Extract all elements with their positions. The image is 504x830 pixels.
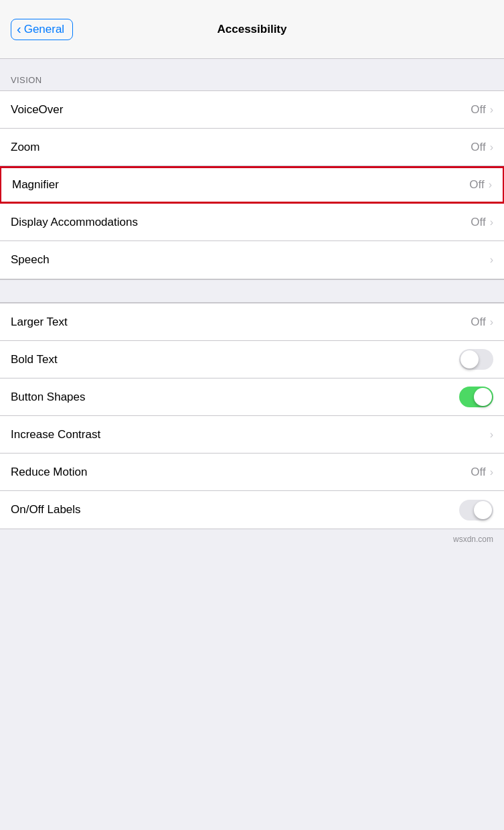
group-spacer bbox=[0, 279, 504, 303]
vision-section-header: VISION bbox=[0, 59, 504, 90]
display-accommodations-chevron-icon: › bbox=[490, 216, 493, 228]
voiceover-row[interactable]: VoiceOver Off › bbox=[0, 91, 504, 129]
reduce-motion-label: Reduce Motion bbox=[11, 466, 87, 479]
back-button-label: General bbox=[24, 23, 64, 36]
magnifier-row[interactable]: Magnifier Off › bbox=[0, 166, 504, 204]
reduce-motion-chevron-icon: › bbox=[490, 466, 493, 478]
display-accommodations-right: Off › bbox=[471, 216, 493, 229]
increase-contrast-row[interactable]: Increase Contrast › bbox=[0, 416, 504, 454]
interaction-settings-group: Larger Text Off › Bold Text Button Shape… bbox=[0, 303, 504, 529]
voiceover-value: Off bbox=[471, 103, 485, 117]
voiceover-label: VoiceOver bbox=[11, 103, 63, 117]
zoom-value: Off bbox=[471, 141, 485, 154]
back-button[interactable]: ‹ General bbox=[11, 19, 73, 40]
bold-text-label: Bold Text bbox=[11, 353, 58, 366]
reduce-motion-right: Off › bbox=[471, 466, 493, 479]
reduce-motion-row[interactable]: Reduce Motion Off › bbox=[0, 454, 504, 491]
watermark: wsxdn.com bbox=[0, 529, 504, 549]
larger-text-right: Off › bbox=[471, 316, 493, 329]
magnifier-right: Off › bbox=[469, 178, 492, 192]
navigation-bar: ‹ General Accessibility bbox=[0, 0, 504, 59]
onoff-labels-toggle[interactable] bbox=[459, 500, 493, 521]
reduce-motion-value: Off bbox=[471, 466, 485, 479]
zoom-chevron-icon: › bbox=[490, 141, 493, 153]
zoom-label: Zoom bbox=[11, 141, 39, 154]
button-shapes-row[interactable]: Button Shapes bbox=[0, 378, 504, 416]
display-accommodations-label: Display Accommodations bbox=[11, 216, 138, 229]
bold-text-toggle[interactable] bbox=[459, 349, 493, 370]
speech-row[interactable]: Speech › bbox=[0, 241, 504, 279]
magnifier-label: Magnifier bbox=[12, 178, 59, 192]
increase-contrast-chevron-icon: › bbox=[490, 429, 493, 441]
button-shapes-toggle[interactable] bbox=[459, 387, 493, 407]
larger-text-row[interactable]: Larger Text Off › bbox=[0, 303, 504, 341]
magnifier-value: Off bbox=[469, 178, 484, 192]
display-accommodations-row[interactable]: Display Accommodations Off › bbox=[0, 204, 504, 241]
increase-contrast-right: › bbox=[489, 429, 493, 441]
button-shapes-toggle-knob bbox=[474, 388, 492, 406]
bold-text-row[interactable]: Bold Text bbox=[0, 341, 504, 378]
larger-text-label: Larger Text bbox=[11, 316, 68, 329]
voiceover-right: Off › bbox=[471, 103, 493, 117]
magnifier-chevron-icon: › bbox=[489, 179, 492, 191]
onoff-labels-toggle-knob bbox=[474, 501, 492, 519]
button-shapes-label: Button Shapes bbox=[11, 391, 86, 404]
page-title: Accessibility bbox=[218, 23, 287, 36]
larger-text-chevron-icon: › bbox=[490, 316, 493, 328]
back-chevron-icon: ‹ bbox=[17, 22, 21, 36]
bold-text-toggle-knob bbox=[460, 350, 479, 368]
zoom-right: Off › bbox=[471, 141, 493, 154]
display-accommodations-value: Off bbox=[471, 216, 485, 229]
speech-chevron-icon: › bbox=[490, 254, 493, 266]
increase-contrast-label: Increase Contrast bbox=[11, 428, 100, 441]
zoom-row[interactable]: Zoom Off › bbox=[0, 129, 504, 166]
vision-section-group: VISION bbox=[0, 59, 504, 90]
speech-label: Speech bbox=[11, 253, 50, 267]
onoff-labels-label: On/Off Labels bbox=[11, 503, 81, 516]
larger-text-value: Off bbox=[471, 316, 485, 329]
onoff-labels-row[interactable]: On/Off Labels bbox=[0, 491, 504, 529]
vision-settings-group: VoiceOver Off › Zoom Off › Magnifier Off… bbox=[0, 90, 504, 279]
voiceover-chevron-icon: › bbox=[490, 104, 493, 116]
speech-right: › bbox=[489, 254, 493, 266]
